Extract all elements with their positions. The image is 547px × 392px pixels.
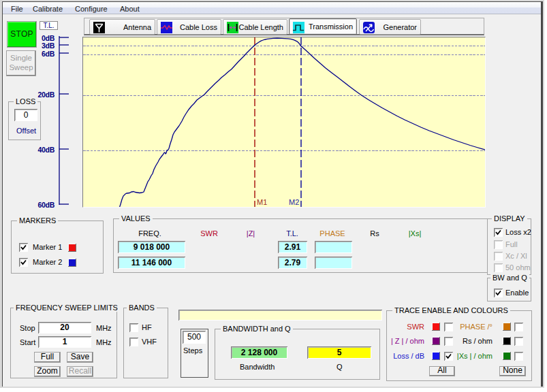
svg-text:M1: M1 — [257, 198, 267, 206]
svg-text:M2: M2 — [289, 198, 299, 206]
